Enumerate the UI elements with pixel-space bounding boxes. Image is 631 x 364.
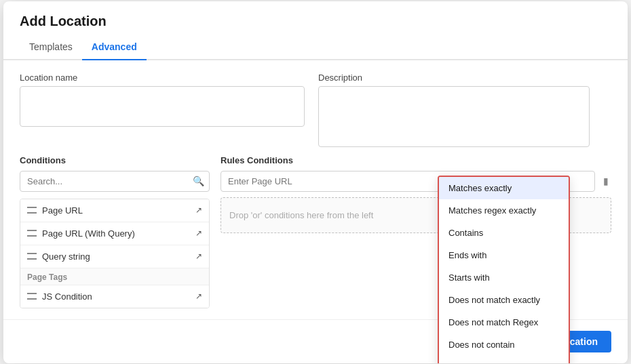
drag-icon-4 — [27, 293, 37, 300]
dropdown-item-matches-exactly[interactable]: Matches exactly — [439, 177, 569, 199]
description-textarea[interactable] — [318, 86, 590, 147]
dropdown-item-does-not-end-with[interactable]: Does not end with — [439, 356, 569, 363]
condition-list: Page URL ↗ Page URL (With Query) ↗ Query… — [20, 199, 210, 308]
rules-title: Rules Conditions — [221, 155, 611, 165]
drag-icon — [27, 207, 37, 214]
condition-label-page-url: Page URL — [42, 205, 83, 216]
location-name-label: Location name — [20, 73, 305, 83]
add-location-modal: Add Location Templates Advanced Location… — [3, 1, 628, 363]
condition-label-js-condition: JS Condition — [42, 291, 92, 302]
rules-panel: Rules Conditions ▮ Drop 'or' conditions … — [221, 155, 611, 308]
drag-icon-2 — [27, 230, 37, 237]
drop-zone-text: Drop 'or' conditions here from the left — [229, 210, 373, 220]
dropdown-item-contains[interactable]: Contains — [439, 222, 569, 244]
dropdown-item-ends-with[interactable]: Ends with — [439, 244, 569, 266]
external-link-icon-3: ↗ — [195, 251, 202, 261]
dropdown-item-does-not-match-regex[interactable]: Does not match Regex — [439, 311, 569, 333]
dropdown-item-matches-regex-exactly[interactable]: Matches regex exactly — [439, 199, 569, 222]
dropdown-item-does-not-match-exactly[interactable]: Does not match exactly — [439, 289, 569, 311]
location-name-group: Location name — [20, 73, 305, 147]
drag-icon-3 — [27, 253, 37, 260]
description-group: Description — [318, 73, 590, 147]
condition-item-page-url-query[interactable]: Page URL (With Query) ↗ — [20, 222, 209, 245]
search-box: 🔍 — [20, 171, 210, 192]
tab-templates[interactable]: Templates — [20, 36, 82, 60]
external-link-icon-2: ↗ — [195, 228, 202, 238]
condition-item-page-url[interactable]: Page URL ↗ — [20, 199, 209, 222]
condition-item-js-condition[interactable]: JS Condition ↗ — [20, 285, 209, 308]
form-area: Location name Description — [3, 60, 628, 155]
conditions-search-input[interactable] — [20, 171, 210, 192]
dropdown-item-does-not-contain[interactable]: Does not contain — [439, 333, 569, 356]
condition-item-query-string[interactable]: Query string ↗ — [20, 245, 209, 268]
modal-title: Add Location — [3, 1, 628, 36]
tab-bar: Templates Advanced — [3, 36, 628, 60]
tab-advanced[interactable]: Advanced — [82, 36, 147, 60]
condition-type-dropdown: Matches exactly Matches regex exactly Co… — [438, 176, 570, 363]
conditions-title: Conditions — [20, 155, 210, 165]
conditions-panel: Conditions 🔍 Page URL ↗ Page URL (With Q… — [20, 155, 210, 308]
main-content: Conditions 🔍 Page URL ↗ Page URL (With Q… — [3, 155, 628, 308]
delete-rule-button[interactable]: ▮ — [600, 173, 611, 189]
description-label: Description — [318, 73, 590, 83]
external-link-icon-4: ↗ — [195, 291, 202, 301]
page-tags-section-label: Page Tags — [20, 268, 209, 285]
location-name-input[interactable] — [20, 86, 305, 127]
search-icon: 🔍 — [193, 176, 204, 186]
dropdown-item-starts-with[interactable]: Starts with — [439, 266, 569, 289]
condition-label-page-url-query: Page URL (With Query) — [42, 228, 135, 239]
condition-label-query-string: Query string — [42, 251, 90, 262]
external-link-icon: ↗ — [195, 205, 202, 215]
